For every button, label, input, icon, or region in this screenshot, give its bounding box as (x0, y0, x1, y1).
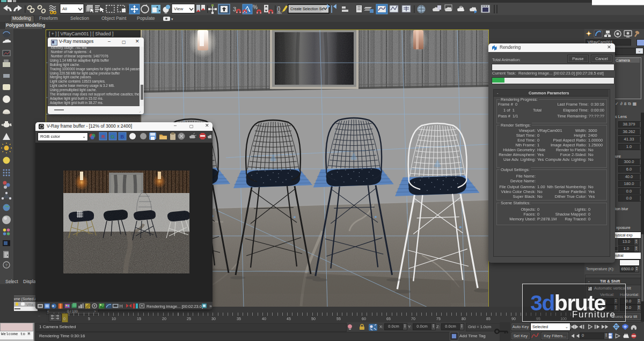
svg-text:B: B (121, 134, 125, 139)
svg-text:Create Selection Se: Create Selection Se (290, 7, 324, 11)
svg-text:All: All (62, 6, 67, 11)
svg-text:ABC: ABC (277, 12, 282, 14)
svg-text:G: G (111, 134, 114, 139)
svg-text:View: View (174, 6, 183, 11)
svg-text:[ + ] [ VRayCam001 ] [ Shaded: [ + ] [ VRayCam001 ] [ Shaded ] (49, 31, 113, 36)
svg-text:3: 3 (233, 6, 236, 12)
svg-text:{}: {} (277, 6, 281, 12)
svg-text:Rendering image... [00:02:23.0: Rendering image... [00:02:23.0] (147, 304, 203, 309)
svg-text:?: ? (5, 263, 8, 268)
svg-text:R: R (101, 134, 105, 139)
svg-text:%: % (253, 4, 258, 10)
svg-text:»: » (209, 303, 212, 309)
svg-text:H: H (119, 303, 122, 309)
